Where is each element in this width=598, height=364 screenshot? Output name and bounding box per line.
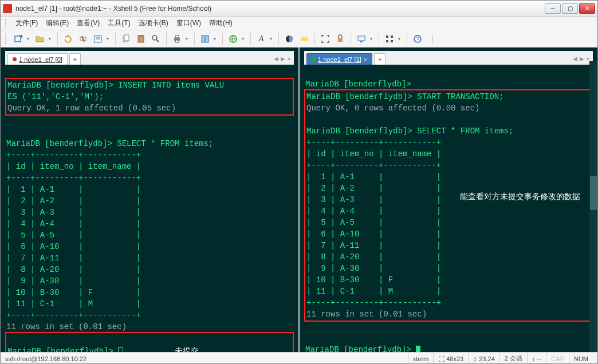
svg-rect-21	[338, 38, 343, 42]
svg-rect-16	[202, 35, 204, 42]
tab-node1-right[interactable]: 1 node1_el7 [1] ×	[306, 53, 372, 65]
lock-icon[interactable]	[334, 33, 347, 45]
svg-rect-8	[124, 35, 129, 41]
toolbar: + ▾ ▾ ▾ ▾ ▾ ▾ A ▾ ▾ ▾ ? ⋮	[1, 30, 597, 48]
globe-dropdown[interactable]: ▾	[242, 36, 246, 41]
menubar-handle[interactable]	[5, 19, 9, 28]
tab-next-icon[interactable]: ▶	[580, 53, 584, 65]
maximize-button[interactable]: ▢	[562, 3, 578, 14]
paste-icon[interactable]	[135, 33, 147, 45]
scrollbar[interactable]	[589, 61, 597, 352]
window-title: node1_el7 [1] - root@node1:~ - Xshell 5 …	[15, 5, 545, 13]
find-icon[interactable]	[150, 33, 162, 45]
left-tabstrip: 1 node1_el7 [0] + ◀ ▶ ▾	[5, 51, 294, 65]
svg-rect-23	[386, 35, 388, 38]
tab-node1-left[interactable]: 1 node1_el7 [0]	[7, 53, 68, 65]
titlebar: node1_el7 [1] - root@node1:~ - Xshell 5 …	[1, 1, 597, 17]
tab-label: 1 node1_el7 [1]	[318, 54, 361, 65]
terminal-pane-right[interactable]: 1 node1_el7 [1] × + ◀ ▶ ▾ MariaDB [bende…	[300, 48, 597, 352]
toolbar-handle[interactable]	[5, 34, 9, 44]
font-dropdown[interactable]: ▾	[270, 36, 274, 41]
svg-rect-17	[206, 35, 208, 42]
properties-dropdown[interactable]: ▾	[107, 36, 111, 41]
minimize-button[interactable]: ─	[545, 3, 561, 14]
svg-rect-22	[358, 36, 365, 41]
properties-icon[interactable]	[92, 33, 104, 45]
status-size: ⛶48x23	[433, 353, 468, 364]
highlight-box-right: MariaDB [benderflydb]> START TRANSACTION…	[304, 89, 593, 322]
annotation-left: 未提交	[175, 346, 199, 352]
menu-tools[interactable]: 工具(T)	[104, 17, 133, 29]
svg-rect-15	[175, 40, 179, 42]
open-session-dropdown[interactable]: ▾	[49, 36, 53, 41]
copy-icon[interactable]	[120, 33, 132, 45]
fullscreen-icon[interactable]	[319, 33, 332, 45]
toolbar-options-icon[interactable]	[383, 33, 396, 45]
tab-close-icon[interactable]: ×	[364, 54, 367, 65]
transfer-dropdown[interactable]: ▾	[370, 36, 375, 41]
status-pos: ⎀23,24	[468, 353, 499, 364]
help-icon[interactable]: ?	[411, 33, 424, 45]
highlight-icon[interactable]	[298, 33, 310, 45]
split-panes: 1 node1_el7 [0] + ◀ ▶ ▾ MariaDB [benderf…	[1, 48, 597, 352]
close-button[interactable]: ✕	[579, 3, 595, 14]
menu-file[interactable]: 文件(F)	[12, 17, 41, 29]
add-tab-button[interactable]: +	[374, 53, 385, 65]
disconnect-icon[interactable]	[77, 33, 89, 45]
annotation-right: 能查看对方未提交事务修改的数据	[460, 191, 580, 202]
tab-label: 1 node1_el7 [0]	[19, 54, 62, 65]
menu-view[interactable]: 查看(V)	[73, 17, 103, 29]
tab-menu-icon[interactable]: ▾	[288, 53, 290, 65]
terminal-pane-left[interactable]: 1 node1_el7 [0] + ◀ ▶ ▾ MariaDB [benderf…	[1, 48, 300, 352]
status-dot-icon	[13, 57, 17, 61]
svg-rect-25	[386, 40, 388, 42]
status-term: xterm	[408, 353, 434, 364]
print-dropdown[interactable]: ▾	[186, 36, 190, 41]
status-cap: CAP	[546, 353, 569, 364]
tab-nav: ◀ ▶ ▾	[274, 53, 290, 65]
highlight-box-prompt: MariaDB [benderflydb]> 未提交	[5, 332, 294, 352]
highlight-box-insert: MariaDB [benderflydb]> INSERT INTO items…	[5, 78, 294, 116]
status-transfer: ↕ ─	[527, 353, 546, 364]
svg-rect-26	[391, 40, 393, 42]
font-icon[interactable]: A	[255, 33, 267, 45]
tab-prev-icon[interactable]: ◀	[274, 53, 278, 65]
right-tabstrip: 1 node1_el7 [1] × + ◀ ▶ ▾	[304, 51, 593, 65]
print-icon[interactable]	[171, 33, 183, 45]
svg-point-11	[152, 35, 157, 40]
tab-prev-icon[interactable]: ◀	[573, 53, 577, 65]
layout-icon[interactable]	[199, 33, 211, 45]
window-controls: ─ ▢ ✕	[545, 3, 595, 14]
terminal-output-left[interactable]: MariaDB [benderflydb]> INSERT INTO items…	[5, 65, 294, 352]
app-icon	[3, 4, 12, 13]
status-connection: ssh://root@192.168.80.10:22	[5, 353, 408, 364]
statusbar: ssh://root@192.168.80.10:22 xterm ⛶48x23…	[1, 352, 597, 364]
svg-rect-10	[139, 35, 143, 37]
globe-icon[interactable]	[227, 33, 239, 45]
toolbar-overflow-icon[interactable]: ⋮	[426, 33, 439, 45]
svg-text:?: ?	[416, 36, 420, 42]
open-session-icon[interactable]	[34, 33, 46, 45]
svg-rect-24	[391, 35, 393, 38]
new-session-dropdown[interactable]: ▾	[27, 36, 32, 41]
color-scheme-icon[interactable]	[283, 33, 296, 45]
transfer-icon[interactable]	[355, 33, 368, 45]
reconnect-icon[interactable]	[62, 33, 74, 45]
layout-dropdown[interactable]: ▾	[214, 36, 218, 41]
add-tab-button[interactable]: +	[69, 53, 81, 65]
tab-nav: ◀ ▶ ▾	[573, 53, 589, 65]
cursor-icon	[118, 347, 123, 352]
menu-help[interactable]: 帮助(H)	[206, 17, 236, 29]
svg-rect-14	[175, 35, 179, 38]
tab-next-icon[interactable]: ▶	[281, 53, 285, 65]
menu-tabs[interactable]: 选项卡(B)	[135, 17, 172, 29]
menubar: 文件(F) 编辑(E) 查看(V) 工具(T) 选项卡(B) 窗口(W) 帮助(…	[1, 17, 597, 30]
terminal-output-right[interactable]: MariaDB [benderflydb]> MariaDB [benderfl…	[304, 65, 593, 352]
menu-window[interactable]: 窗口(W)	[173, 17, 204, 29]
scrollbar-thumb[interactable]	[590, 176, 597, 210]
toolbar-options-dropdown[interactable]: ▾	[398, 36, 403, 41]
status-dot-icon	[312, 57, 316, 61]
new-session-icon[interactable]: +	[12, 33, 25, 45]
status-num: NUM	[569, 353, 593, 364]
menu-edit[interactable]: 编辑(E)	[42, 17, 72, 29]
